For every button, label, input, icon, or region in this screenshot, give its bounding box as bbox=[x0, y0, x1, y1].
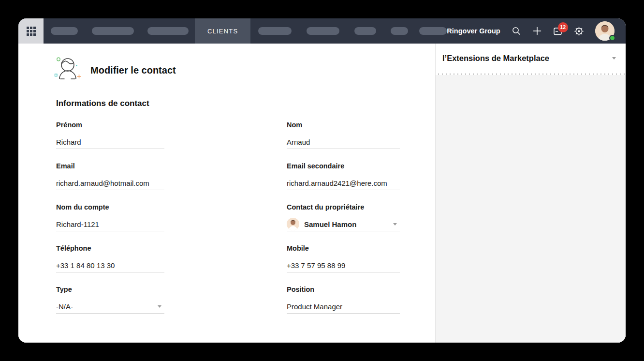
field-secondary-email: Email secondaire richard.arnaud2421@here… bbox=[287, 162, 400, 190]
contact-person-icon bbox=[53, 55, 82, 85]
field-value: Richard bbox=[56, 138, 81, 146]
account-name-input[interactable]: Richard-1121 bbox=[56, 217, 164, 231]
field-label: Type bbox=[56, 286, 164, 293]
field-contact-owner: Contact du propriétaire Samuel Hamon bbox=[287, 203, 400, 231]
email-input[interactable]: richard.arnaud@hotmail.com bbox=[56, 176, 164, 190]
field-value: +33 7 57 95 88 99 bbox=[287, 261, 345, 270]
caret-down-icon bbox=[158, 305, 161, 308]
panel-body bbox=[436, 75, 626, 343]
field-email: Email richard.arnaud@hotmail.com bbox=[56, 162, 164, 190]
field-value: Richard-1121 bbox=[56, 220, 99, 228]
topbar-right-cluster: Ringover Group 12 bbox=[447, 18, 626, 44]
panel-title: l’Extensions de Marketplace bbox=[442, 54, 549, 63]
last-name-input[interactable]: Arnaud bbox=[287, 135, 400, 149]
field-type: Type -N/A- bbox=[56, 286, 164, 314]
secondary-email-input[interactable]: richard.arnaud2421@here.com bbox=[287, 176, 400, 190]
app-launcher-button[interactable] bbox=[18, 18, 44, 44]
user-avatar[interactable] bbox=[595, 21, 615, 41]
nav-tab-placeholder-1[interactable] bbox=[51, 27, 78, 35]
nav-tab-placeholder-7[interactable] bbox=[391, 27, 408, 35]
field-value: richard.arnaud@hotmail.com bbox=[56, 179, 149, 187]
nav-tab-placeholder-3[interactable] bbox=[147, 27, 189, 35]
field-label: Mobile bbox=[287, 244, 400, 252]
panel-header[interactable]: l’Extensions de Marketplace bbox=[436, 44, 626, 73]
marketplace-extensions-panel: l’Extensions de Marketplace bbox=[435, 44, 626, 343]
field-last-name: Nom Arnaud bbox=[287, 121, 400, 149]
mobile-input[interactable]: +33 7 57 95 88 99 bbox=[287, 258, 400, 272]
field-value: -N/A- bbox=[56, 302, 73, 311]
type-select[interactable]: -N/A- bbox=[56, 300, 164, 314]
field-value: +33 1 84 80 13 30 bbox=[56, 261, 115, 270]
org-name: Ringover Group bbox=[447, 27, 500, 35]
tab-clients-label: CLIENTS bbox=[207, 28, 238, 35]
form-header: Modifier le contact bbox=[53, 55, 435, 85]
top-navigation-bar: CLIENTS Ringover Group bbox=[18, 18, 626, 44]
nav-tab-placeholder-4[interactable] bbox=[258, 27, 292, 35]
phone-input[interactable]: +33 1 84 80 13 30 bbox=[56, 258, 164, 272]
notifications-icon[interactable]: 12 bbox=[553, 27, 563, 36]
main-content: Modifier le contact Informations de cont… bbox=[18, 44, 626, 343]
tab-clients[interactable]: CLIENTS bbox=[195, 18, 250, 44]
section-title: Informations de contact bbox=[56, 99, 435, 108]
field-label: Téléphone bbox=[56, 244, 164, 252]
edit-contact-form: Modifier le contact Informations de cont… bbox=[18, 44, 435, 343]
contact-owner-select[interactable]: Samuel Hamon bbox=[287, 217, 400, 231]
field-mobile: Mobile +33 7 57 95 88 99 bbox=[287, 244, 400, 272]
field-label: Prénom bbox=[56, 121, 164, 129]
notification-count-badge: 12 bbox=[558, 22, 568, 32]
nav-tab-placeholder-6[interactable] bbox=[354, 27, 376, 35]
field-phone: Téléphone +33 1 84 80 13 30 bbox=[56, 244, 164, 272]
caret-down-icon[interactable] bbox=[612, 57, 616, 60]
field-value: Product Manager bbox=[287, 302, 342, 311]
grid-icon bbox=[27, 27, 36, 36]
field-first-name: Prénom Richard bbox=[56, 121, 164, 149]
field-label: Email bbox=[56, 162, 164, 170]
caret-down-icon bbox=[393, 223, 397, 226]
nav-tabs: CLIENTS bbox=[44, 18, 447, 44]
field-position: Position Product Manager bbox=[287, 286, 400, 314]
field-label: Contact du propriétaire bbox=[287, 203, 400, 211]
nav-tab-placeholder-2[interactable] bbox=[92, 27, 134, 35]
field-account-name: Nom du compte Richard-1121 bbox=[56, 203, 164, 231]
nav-tab-placeholder-5[interactable] bbox=[307, 27, 339, 35]
field-value: Arnaud bbox=[287, 138, 310, 146]
field-label: Email secondaire bbox=[287, 162, 400, 170]
plus-icon[interactable] bbox=[532, 26, 542, 36]
field-label: Nom du compte bbox=[56, 203, 164, 211]
field-label: Position bbox=[287, 286, 400, 293]
settings-gear-icon[interactable] bbox=[574, 26, 584, 36]
search-icon[interactable] bbox=[512, 26, 521, 36]
first-name-input[interactable]: Richard bbox=[56, 135, 164, 149]
nav-tab-placeholder-8[interactable] bbox=[419, 27, 447, 35]
online-status-dot bbox=[609, 35, 615, 41]
page-title: Modifier le contact bbox=[90, 65, 176, 76]
field-label: Nom bbox=[287, 121, 400, 129]
app-window: CLIENTS Ringover Group bbox=[18, 18, 626, 343]
position-input[interactable]: Product Manager bbox=[287, 300, 400, 314]
owner-avatar bbox=[287, 218, 299, 230]
field-value: richard.arnaud2421@here.com bbox=[287, 179, 387, 187]
contact-fields-grid: Prénom Richard Nom Arnaud Email richard.… bbox=[56, 121, 435, 314]
owner-name: Samuel Hamon bbox=[304, 220, 356, 228]
